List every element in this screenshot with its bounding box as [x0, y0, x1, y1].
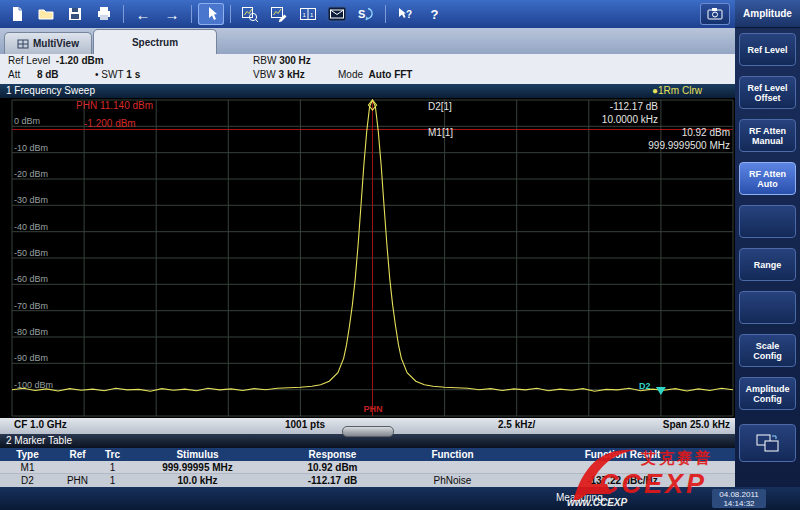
- multiview-grid-icon: [17, 39, 29, 49]
- svg-text:-40 dBm: -40 dBm: [14, 222, 48, 232]
- cell-function: PhNoise: [395, 474, 510, 487]
- toolbar-separator: [385, 5, 386, 23]
- window-splitter-handle[interactable]: [342, 426, 394, 437]
- cell-ref: [55, 461, 100, 473]
- cell-function-result: -137.22 dBc/Hz: [510, 474, 735, 487]
- spectrum-display[interactable]: 0 dBm-10 dBm-20 dBm-30 dBm-40 dBm-50 dBm…: [0, 98, 735, 418]
- status-date: 04.08.2011: [712, 490, 766, 499]
- print-icon[interactable]: [91, 3, 117, 25]
- softkey-rf-atten-auto[interactable]: RF Atten Auto: [739, 162, 796, 195]
- split-view-icon[interactable]: 11: [295, 3, 321, 25]
- marker-table-header: Type Ref Trc Stimulus Response Function …: [0, 448, 735, 461]
- phn-power-label: PHN 11.140 dBm: [76, 99, 153, 112]
- toolbar-separator: [191, 5, 192, 23]
- trace-info[interactable]: ●1Rm Clrw: [652, 85, 702, 96]
- toolbar-separator: [230, 5, 231, 23]
- softkey-blank-1[interactable]: [739, 205, 796, 238]
- cell-type: M1: [0, 461, 55, 473]
- cell-stimulus: 10.0 kHz: [125, 474, 270, 487]
- m1-stimulus: 999.9999500 MHz: [540, 139, 730, 152]
- softkey-ref-level[interactable]: Ref Level: [739, 33, 796, 66]
- context-help-icon[interactable]: ?: [392, 3, 418, 25]
- col-stimulus: Stimulus: [125, 448, 270, 461]
- d2-response: -112.17 dB: [500, 100, 658, 113]
- cell-response: -112.17 dB: [270, 474, 395, 487]
- tab-multiview[interactable]: MultiView: [4, 32, 92, 54]
- marker-table-row-m1[interactable]: M1 1 999.99995 MHz 10.92 dBm: [0, 461, 735, 474]
- cell-function-result: [510, 461, 735, 473]
- col-type: Type: [0, 448, 55, 461]
- softkey-menu-header: Amplitude: [735, 0, 800, 28]
- help-icon[interactable]: ?: [421, 3, 447, 25]
- tab-multiview-label: MultiView: [33, 38, 79, 49]
- softkey-amplitude-config[interactable]: Amplitude Config: [739, 377, 796, 410]
- mail-icon[interactable]: [324, 3, 350, 25]
- scale-per-div: 2.5 kHz/: [498, 419, 535, 430]
- svg-text:PHN: PHN: [364, 404, 383, 414]
- open-folder-icon[interactable]: [33, 3, 59, 25]
- ref-line-label: -1.200 dBm: [84, 117, 136, 130]
- edit-trace-icon[interactable]: [266, 3, 292, 25]
- display-layout-icon: [755, 432, 781, 454]
- status-text: Measuring...: [556, 492, 611, 503]
- cell-type: D2: [0, 474, 55, 487]
- m1-marker-label: M1[1]: [428, 126, 453, 139]
- svg-text:S: S: [358, 8, 365, 20]
- d2-stimulus: 10.0000 kHz: [500, 113, 658, 126]
- m1-marker-values: 10.92 dBm 999.9999500 MHz: [540, 126, 730, 152]
- display-config-button[interactable]: [739, 424, 796, 462]
- mode-setting[interactable]: Mode Auto FFT: [338, 69, 412, 80]
- sweep-window-title: 1 Frequency Sweep: [6, 85, 95, 96]
- svg-text:-90 dBm: -90 dBm: [14, 353, 48, 363]
- sequencer-icon[interactable]: S: [353, 3, 379, 25]
- cell-ref: PHN: [55, 474, 100, 487]
- softkey-ref-level-offset[interactable]: Ref Level Offset: [739, 76, 796, 109]
- att-setting[interactable]: Att 8 dB: [8, 69, 59, 80]
- swt-setting[interactable]: • SWT 1 s: [95, 69, 140, 80]
- marker-table-row-d2[interactable]: D2 PHN 1 10.0 kHz -112.17 dB PhNoise -13…: [0, 474, 735, 487]
- cell-response: 10.92 dBm: [270, 461, 395, 473]
- softkey-scale-config[interactable]: Scale Config: [739, 334, 796, 367]
- svg-text:?: ?: [431, 7, 439, 22]
- span-value: Span 25.0 kHz: [630, 419, 730, 430]
- softkey-list: Ref Level Ref Level Offset RF Atten Manu…: [735, 28, 800, 410]
- forward-icon[interactable]: →: [159, 3, 185, 25]
- new-document-icon[interactable]: [4, 3, 30, 25]
- ref-level-setting[interactable]: Ref Level -1.20 dBm: [8, 55, 104, 66]
- settings-strip: Ref Level -1.20 dBm RBW 300 Hz Att 8 dB …: [0, 54, 735, 84]
- d2-marker-label: D2[1]: [428, 100, 452, 113]
- svg-text:-80 dBm: -80 dBm: [14, 327, 48, 337]
- toolbar-separator: [123, 5, 124, 23]
- back-icon[interactable]: ←: [130, 3, 156, 25]
- date-time-display: 04.08.2011 14:14:32: [712, 489, 766, 508]
- svg-text:-60 dBm: -60 dBm: [14, 274, 48, 284]
- zoom-trace-icon[interactable]: [237, 3, 263, 25]
- vbw-setting[interactable]: VBW 3 kHz: [253, 69, 305, 80]
- svg-text:D2: D2: [639, 381, 651, 391]
- rbw-setting[interactable]: RBW 300 Hz: [253, 55, 311, 66]
- col-response: Response: [270, 448, 395, 461]
- spectrum-analyzer-app: ← → 11 S ? ?: [0, 0, 800, 510]
- softkey-range[interactable]: Range: [739, 248, 796, 281]
- d2-marker-values: -112.17 dB 10.0000 kHz: [500, 100, 658, 126]
- screenshot-camera-button[interactable]: [700, 3, 730, 25]
- save-icon[interactable]: [62, 3, 88, 25]
- softkey-rf-atten-manual[interactable]: RF Atten Manual: [739, 119, 796, 152]
- col-ref: Ref: [55, 448, 100, 461]
- col-trc: Trc: [100, 448, 125, 461]
- col-function-result: Function Result: [510, 448, 735, 461]
- tab-bar: MultiView Spectrum: [0, 28, 735, 54]
- tab-spectrum-label: Spectrum: [132, 37, 178, 48]
- softkey-blank-2[interactable]: [739, 291, 796, 324]
- sweep-window-titlebar[interactable]: 1 Frequency Sweep ●1Rm Clrw: [0, 84, 735, 98]
- tab-spectrum[interactable]: Spectrum: [93, 29, 217, 54]
- svg-text:-20 dBm: -20 dBm: [14, 169, 48, 179]
- cell-trc: 1: [100, 474, 125, 487]
- pointer-icon[interactable]: [198, 3, 224, 25]
- marker-table-title: 2 Marker Table: [6, 435, 72, 446]
- sweep-points: 1001 pts: [285, 419, 325, 430]
- svg-text:-10 dBm: -10 dBm: [14, 143, 48, 153]
- status-time: 14:14:32: [712, 499, 766, 508]
- svg-text:1: 1: [303, 12, 307, 18]
- center-frequency: CF 1.0 GHz: [14, 419, 67, 430]
